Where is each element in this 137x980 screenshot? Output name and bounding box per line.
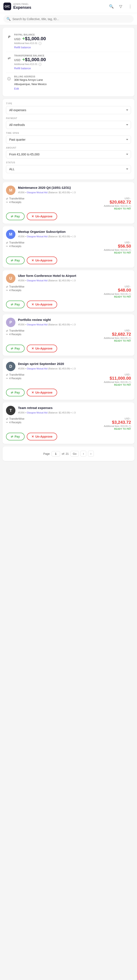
expense-header: U Uber form Conference Hotel to Airport …: [6, 274, 131, 283]
receipt-icon: ✂: [6, 245, 8, 248]
fees-info-icon[interactable]: i: [129, 249, 131, 251]
pay-button[interactable]: ⇄ Pay: [6, 256, 25, 264]
expense-fees: Additional fees: €13.31 i: [104, 425, 131, 428]
transferwise-refill-link[interactable]: Refill balance: [14, 67, 31, 70]
expense-tag: #5356 •: [18, 235, 27, 238]
expense-header: P Portfolio review night #5356 • Glasgow…: [6, 318, 131, 327]
expense-fees: Additional fees: €13.31 i: [104, 293, 131, 296]
filter-status-select[interactable]: ALL PENDING APPROVED PAID: [6, 165, 131, 173]
receipt-count-row: ✂ 4 Receipts: [6, 333, 24, 336]
pay-button[interactable]: ⇄ Pay: [6, 433, 25, 441]
transferwise-payment-icon: ⇄: [6, 373, 8, 376]
expense-amount-value: $48.00: [104, 288, 131, 293]
expense-title: Design sprint September 2020: [18, 362, 131, 366]
collective-link[interactable]: Glasgow Mutual Aid: [27, 367, 48, 370]
filter-timespan-select[interactable]: Past quarter Past month Past year All ti…: [6, 135, 131, 144]
filters-section: TYPE All expenses Invoice Receipt PAYMEN…: [3, 99, 134, 180]
filter-amount-select[interactable]: From €1,000 to €5,000 All amounts: [6, 150, 131, 158]
unapprove-button[interactable]: ✕ Un-Approve: [27, 345, 57, 352]
header-left: O/C ADMIN PANEL Expenses: [3, 3, 31, 10]
unapprove-button[interactable]: ✕ Un-Approve: [27, 213, 57, 220]
search-bar: 🔍: [0, 13, 137, 25]
unapprove-button[interactable]: ✕ Un-Approve: [27, 301, 57, 308]
pay-button[interactable]: ⇄ Pay: [6, 345, 25, 352]
collective-link[interactable]: Glasgow Mutual Aid: [27, 235, 48, 238]
expense-meta: #5356 • Glasgow Mutual Aid (Balance: $2,…: [18, 191, 131, 194]
fees-info-icon[interactable]: i: [129, 205, 131, 208]
transferwise-balance-amount: USD +$1,000.00: [14, 57, 131, 62]
search-icon[interactable]: 🔍: [108, 3, 115, 10]
expense-meta: #5356 • Glasgow Mutual Aid (Balance: $2,…: [18, 411, 131, 415]
status-badge: READY TO PAY: [104, 208, 131, 210]
page-number-input[interactable]: [52, 451, 60, 457]
filter-type-select[interactable]: All expenses Invoice Receipt: [6, 106, 131, 114]
unapprove-button[interactable]: ✕ Un-Approve: [27, 389, 57, 396]
filter-payment-select[interactable]: All methods PayPal TransferWise Other: [6, 121, 131, 129]
expense-payment-method: ⇄ TransferWise ✂ 4 Receipts: [6, 241, 24, 248]
transferwise-payment-icon: ⇄: [6, 329, 8, 332]
fees-info-icon[interactable]: i: [129, 337, 131, 340]
expense-amount-block: USD - $20,682.72 Additional fees: €13.31…: [104, 197, 131, 210]
paypal-refill-link[interactable]: Refill balance: [14, 46, 31, 49]
pay-label: Pay: [14, 303, 20, 306]
collective-link[interactable]: Glasgow Mutual Aid: [27, 411, 48, 414]
receipt-count: 4 Receipts: [9, 377, 21, 380]
expense-actions: ⇄ Pay ✕ Un-Approve: [6, 433, 131, 441]
expense-currency: USD -: [104, 417, 131, 420]
filter-icon[interactable]: ▽: [117, 3, 124, 10]
expense-info: Portfolio review night #5356 • Glasgow M…: [18, 318, 131, 326]
expense-fees: Additional fees: €13.31 i: [104, 337, 131, 340]
expense-amount-value: $20,682.72: [104, 200, 131, 205]
more-options-icon[interactable]: ⋮: [127, 3, 134, 10]
search-input[interactable]: [13, 18, 131, 21]
expense-actions: ⇄ Pay ✕ Un-Approve: [6, 213, 131, 220]
filter-payment-group: PAYMENT All methods PayPal TransferWise …: [6, 117, 131, 129]
receipt-count: 4 Receipts: [9, 333, 21, 336]
transferwise-balance-label: TRANSFERWISE BALANCE: [14, 54, 131, 57]
expense-fees: Additional fees: €13.31 i: [104, 249, 131, 251]
header-title-block: ADMIN PANEL Expenses: [13, 3, 31, 10]
fees-info-icon[interactable]: i: [129, 425, 131, 428]
filter-status-label: STATUS: [6, 161, 131, 164]
transferwise-fees-info-icon[interactable]: i: [38, 63, 41, 66]
transferwise-icon: ⇄: [6, 55, 12, 61]
expense-fees: Additional fees: €13.31 i: [104, 381, 131, 384]
fees-info-icon[interactable]: i: [129, 293, 131, 296]
pay-button[interactable]: ⇄ Pay: [6, 301, 25, 308]
transferwise-payment-icon: ⇄: [6, 197, 8, 200]
unapprove-button[interactable]: ✕ Un-Approve: [27, 433, 57, 441]
receipt-icon: ✂: [6, 201, 8, 204]
next-page-button[interactable]: ›: [88, 451, 94, 457]
collective-link[interactable]: Glasgow Mutual Aid: [27, 323, 48, 326]
go-button[interactable]: Go: [70, 451, 79, 457]
pay-label: Pay: [14, 215, 20, 218]
pay-button[interactable]: ⇄ Pay: [6, 389, 25, 396]
expense-amount-value: $11,000.00: [104, 376, 131, 381]
expense-amount-block: USD - $11,000.00 Additional fees: €13.31…: [104, 373, 131, 386]
billing-edit-link[interactable]: Edit: [14, 87, 19, 90]
pay-label: Pay: [14, 347, 20, 350]
expense-payment-method: ⇄ TransferWise ✂ 4 Receipts: [6, 373, 24, 380]
collective-link[interactable]: Glasgow Mutual Aid: [27, 279, 48, 282]
unapprove-button[interactable]: ✕ Un-Approve: [27, 256, 57, 264]
unapprove-label: Un-Approve: [35, 391, 53, 394]
filter-timespan-label: TIME SPAN: [6, 132, 131, 134]
search-input-wrap: 🔍: [3, 15, 134, 23]
unapprove-icon: ✕: [32, 435, 34, 438]
pay-button[interactable]: ⇄ Pay: [6, 213, 25, 220]
expense-tag: #5356 •: [18, 191, 27, 194]
paypal-fees-info-icon[interactable]: i: [38, 42, 41, 45]
pay-icon: ⇄: [11, 435, 13, 438]
prev-page-button[interactable]: ‹: [81, 451, 86, 457]
fees-info-icon[interactable]: i: [129, 381, 131, 384]
expense-receipts-icon: □ 3: [72, 411, 76, 414]
receipt-icon: ✂: [6, 289, 8, 292]
status-badge: READY TO PAY: [104, 384, 131, 386]
expense-actions: ⇄ Pay ✕ Un-Approve: [6, 301, 131, 308]
collective-link[interactable]: Glasgow Mutual Aid: [27, 191, 48, 194]
expense-tag: #5356 •: [18, 279, 27, 282]
expense-header: M Meetup Organizer Subscription #5356 • …: [6, 230, 131, 239]
expense-info: Team retreat expenses #5356 • Glasgow Mu…: [18, 406, 131, 414]
transferwise-payment-icon: ⇄: [6, 285, 8, 288]
expense-card: M Meetup Organizer Subscription #5356 • …: [3, 226, 134, 268]
